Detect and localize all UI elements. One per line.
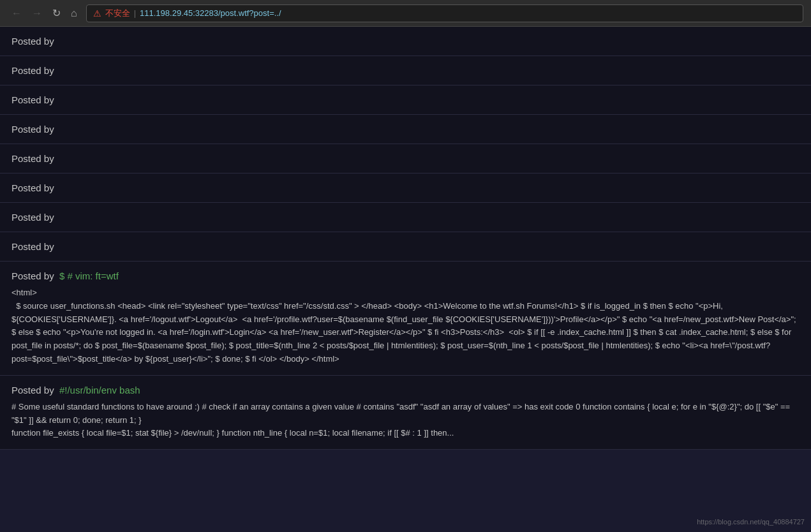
list-item: Posted by (0, 144, 811, 174)
list-item: Posted by (0, 85, 811, 115)
post-header: Posted by $ # vim: ft=wtf (11, 270, 800, 281)
posted-by-label: Posted by (11, 212, 54, 223)
list-item: Posted by (0, 203, 811, 232)
list-item: Posted by (0, 115, 811, 144)
address-bar[interactable]: ⚠ 不安全 | 111.198.29.45:32283/post.wtf?pos… (86, 4, 803, 22)
list-item-expanded-bash: Posted by #!/usr/bin/env bash # Some use… (0, 376, 811, 450)
security-icon: ⚠ (93, 8, 101, 18)
list-item: Posted by (0, 174, 811, 203)
page-content: Posted by Posted by Posted by Posted by … (0, 27, 811, 450)
posted-by-label: Posted by (11, 182, 54, 193)
home-button[interactable]: ⌂ (67, 4, 81, 22)
url-text: 111.198.29.45:32283/post.wtf?post=../ (140, 8, 281, 18)
reload-button[interactable]: ↻ (48, 4, 64, 22)
security-text: 不安全 (105, 8, 130, 19)
posted-by-label: Posted by (11, 36, 54, 47)
post-link-vim[interactable]: $ # vim: ft=wtf (59, 270, 119, 281)
posted-by-label: Posted by (11, 270, 57, 281)
posted-by-label: Posted by (11, 241, 54, 252)
posted-by-label: Posted by (11, 65, 54, 76)
nav-buttons: ← → ↻ ⌂ (8, 4, 81, 22)
post-link-bash[interactable]: #!/usr/bin/env bash (59, 385, 140, 395)
post-content-vim: <html> $ source user_functions.sh <head>… (11, 286, 800, 366)
post-header: Posted by #!/usr/bin/env bash (11, 385, 800, 395)
back-button[interactable]: ← (8, 4, 26, 22)
posted-by-label: Posted by (11, 385, 57, 395)
forward-button[interactable]: → (28, 4, 46, 22)
list-item-expanded-vim: Posted by $ # vim: ft=wtf <html> $ sourc… (0, 262, 811, 376)
post-content-bash: # Some useful standard functions to have… (11, 401, 800, 440)
list-item: Posted by (0, 56, 811, 85)
posted-by-label: Posted by (11, 94, 54, 105)
browser-chrome: ← → ↻ ⌂ ⚠ 不安全 | 111.198.29.45:32283/post… (0, 0, 811, 27)
url-separator: | (134, 8, 136, 18)
list-item: Posted by (0, 232, 811, 262)
list-item: Posted by (0, 27, 811, 56)
posted-by-label: Posted by (11, 124, 54, 135)
posted-by-label: Posted by (11, 153, 54, 164)
